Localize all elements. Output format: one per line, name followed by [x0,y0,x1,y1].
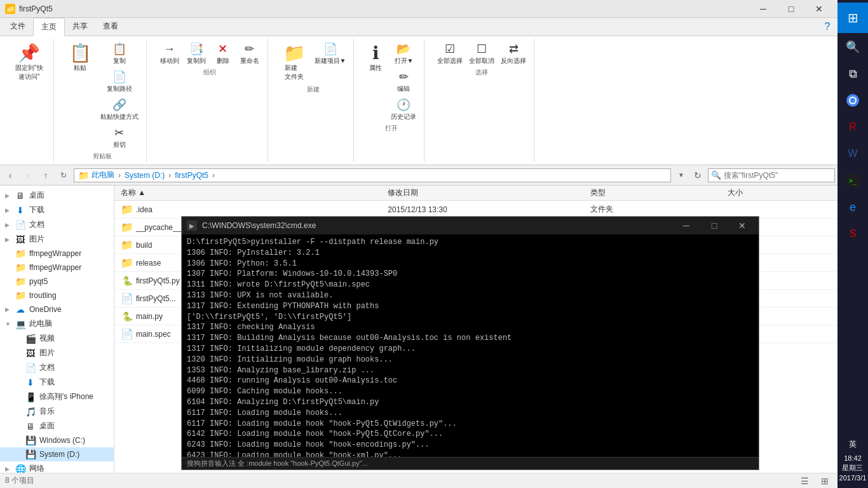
sidebar-item-video[interactable]: 🎬 视频 [0,331,114,346]
cmd-line: 1313 INFO: UPX is not available. [187,290,754,301]
select-all-label: 全部选择 [437,57,463,65]
address-refresh-button[interactable]: ↻ [690,168,705,183]
sidebar-item-thispc[interactable]: ▼ 💻 此电脑 [0,316,114,331]
col-type[interactable]: 类型 [587,187,724,198]
crumb-pc[interactable]: 此电脑 [92,170,114,180]
sidebar-item-desktop2[interactable]: 🖥 桌面 [0,419,114,433]
col-size[interactable]: 大小 [724,187,835,198]
sidebar-item-cdrive[interactable]: 💾 Windows (C:) [0,433,114,447]
move-to-label: 移动到 [160,57,179,65]
copy-button[interactable]: 📋 复制 [98,40,141,67]
ribbon-group-quickaccess: 📌 固定到"快速访问" [5,39,54,162]
dropdown-nav-button[interactable]: ▼ [674,168,689,183]
taskbar-rider[interactable]: R [840,114,865,140]
close-button[interactable]: ✕ [806,0,832,18]
invert-select-button[interactable]: ⇄ 反向选择 [498,40,529,67]
cmd-line: 6099 INFO: Caching module hooks... [187,386,754,397]
up-button[interactable]: ↑ [38,168,53,183]
address-bar: ‹ › ↑ ↻ 📁 此电脑 › System (D:) › firstPyQt5… [0,165,837,186]
refresh-button[interactable]: ↻ [56,168,71,183]
tile-view-button[interactable]: ⊞ [817,475,832,487]
start-button[interactable]: ⊞ [837,3,868,33]
search-icon: 🔍 [711,170,721,180]
cmd-line: 6117 INFO: Loading module hook "hook-PyQ… [187,419,754,430]
invert-select-label: 反向选择 [501,57,526,65]
invert-select-icon: ⇄ [506,41,521,57]
cmd-body[interactable]: D:\firstPyQt5>pyinstaller -F --distpath … [182,234,759,457]
cmd-line: 1317 INFO: checking Analysis [187,322,754,333]
sidebar-item-iphone[interactable]: 📱 徐高翔's iPhone [0,390,114,404]
cmd-title-icon: ▶ [187,220,197,231]
paste-button[interactable]: 📋 粘贴 [64,40,97,151]
cmd-maximize-button[interactable]: □ [703,217,726,234]
sidebar-label-pics2: 图片 [39,348,55,358]
history-button[interactable]: 🕐 历史记录 [388,96,419,123]
rename-button[interactable]: ✏ 重命名 [237,40,262,67]
edit-icon: ✏ [396,69,411,85]
taskbar-lang[interactable]: 英 [849,439,857,450]
delete-button[interactable]: ✕ 删除 [210,40,236,67]
sidebar-item-onedrive[interactable]: ▶ ☁ OneDrive [0,302,114,316]
taskbar-chrome[interactable] [840,88,865,113]
pin-button[interactable]: 📌 固定到"快速访问" [10,40,48,84]
sidebar-item-download2[interactable]: ⬇ 下载 [0,375,114,390]
move-to-icon: → [162,41,177,57]
col-name[interactable]: 名称 ▲ [117,187,384,198]
sidebar-item-troutling[interactable]: 📁 troutling [0,288,114,302]
select-none-button[interactable]: ☐ 全部取消 [466,40,497,67]
copy-to-button[interactable]: 📑 复制到 [184,40,209,67]
sidebar-item-music[interactable]: 🎵 音乐 [0,404,114,419]
taskbar-ie[interactable]: e [840,194,865,220]
address-input[interactable]: 📁 此电脑 › System (D:) › firstPyQt5 › [74,168,671,182]
edit-button[interactable]: ✏ 编辑 [388,68,419,95]
new-folder-button[interactable]: 📁 新建文件夹 [278,40,311,84]
tab-share[interactable]: 共享 [65,18,95,36]
cut-label: 剪切 [113,140,126,149]
new-item-button[interactable]: 📄 新建项目▼ [312,40,349,84]
back-button[interactable]: ‹ [3,168,18,183]
properties-button[interactable]: ℹ 属性 [364,40,387,123]
sidebar-item-download1[interactable]: ▶ ⬇ 下载 [0,203,114,217]
forward-button[interactable]: › [20,168,36,183]
minimize-button[interactable]: ─ [750,0,776,18]
pics-icon1: 🖼 [15,234,25,245]
crumb-drive[interactable]: System (D:) [125,171,165,180]
taskbar-word[interactable]: W [840,141,865,166]
sidebar-item-ffmpeg1[interactable]: 📁 ffmpegWrapper [0,247,114,261]
organize-label: 组织 [203,68,216,77]
help-button[interactable]: ? [820,19,835,34]
cmd-minimize-button[interactable]: ─ [675,217,698,234]
select-all-button[interactable]: ☑ 全部选择 [435,40,465,67]
cmd-close-button[interactable]: ✕ [731,217,754,234]
paste-shortcut-button[interactable]: 🔗 粘贴快捷方式 [98,96,141,123]
col-date[interactable]: 修改日期 [384,187,586,198]
sidebar-item-pyqt5[interactable]: 📁 pyqt5 [0,274,114,288]
sidebar-item-pics1[interactable]: ▶ 🖼 图片 [0,232,114,247]
maximize-button[interactable]: □ [778,0,804,18]
list-view-button[interactable]: ☰ [797,475,812,487]
sidebar-item-ddrive[interactable]: 💾 System (D:) [0,447,114,461]
download-icon2: ⬇ [25,377,36,388]
taskbar-sougou[interactable]: S [840,221,865,247]
open-button[interactable]: 📂 打开▼ [388,40,419,67]
taskbar-terminal[interactable]: >_ [840,168,865,193]
cut-button[interactable]: ✂ 剪切 [98,124,141,151]
network-icon: 🌐 [15,464,25,473]
tab-home[interactable]: 主页 [33,18,65,36]
sidebar-item-docs2[interactable]: 📄 文档 [0,360,114,375]
sidebar-item-desktop1[interactable]: ▶ 🖥 桌面 [0,188,114,203]
sidebar: ▶ 🖥 桌面 ▶ ⬇ 下载 ▶ 📄 文档 ▶ 🖼 图片 📁 [0,186,114,473]
tab-view[interactable]: 查看 [95,18,126,36]
search-input[interactable] [724,171,832,180]
sidebar-item-ffmpeg2[interactable]: 📁 ffmpegWrapper [0,261,114,274]
crumb-folder[interactable]: firstPyQt5 [175,171,208,180]
tab-file[interactable]: 文件 [3,18,33,36]
sidebar-item-network[interactable]: ▶ 🌐 网络 [0,461,114,473]
sidebar-item-docs1[interactable]: ▶ 📄 文档 [0,217,114,232]
sidebar-label-desktop1: 桌面 [29,190,44,201]
move-to-button[interactable]: → 移动到 [157,40,182,67]
copy-path-button[interactable]: 📄 复制路径 [98,68,141,95]
sidebar-item-pics2[interactable]: 🖼 图片 [0,346,114,360]
taskbar-search[interactable]: 🔍 [840,34,865,60]
taskbar-taskview[interactable]: ⧉ [840,61,865,86]
